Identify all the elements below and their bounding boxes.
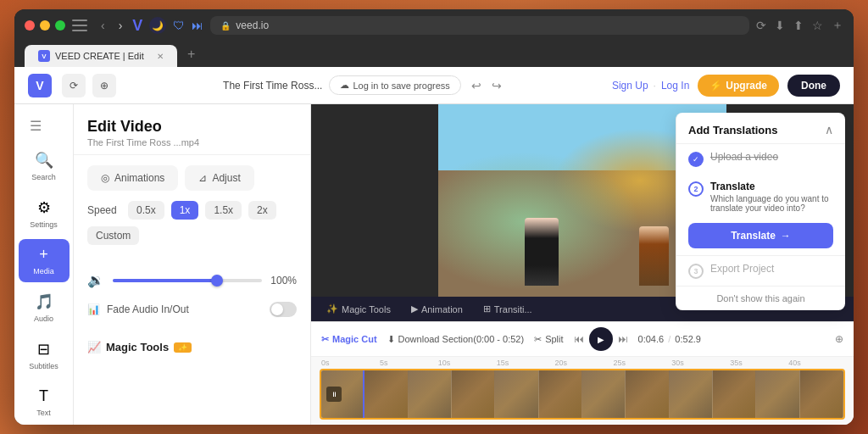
- tab-close-icon[interactable]: ✕: [157, 52, 164, 61]
- animations-tab[interactable]: ◎ Animations: [87, 165, 178, 191]
- magic-tools-tab[interactable]: ✨ Magic Tools: [318, 297, 399, 321]
- speed-15x[interactable]: 1.5x: [205, 201, 242, 220]
- rewind-button[interactable]: ⏮: [574, 333, 584, 345]
- text-icon: T: [39, 387, 48, 405]
- sidebar-toggle[interactable]: [72, 19, 87, 31]
- browser-nav: ‹ › V 🌙 🛡 ⏭ 🔒 veed.io ⟳ ⬇ ⬆ ☆ ＋: [72, 16, 843, 35]
- play-button[interactable]: ▶: [589, 327, 613, 351]
- download-icon[interactable]: ⬇: [775, 19, 785, 32]
- fast-forward-button[interactable]: ⏭: [618, 333, 628, 345]
- collapse-button[interactable]: ∧: [825, 123, 833, 136]
- close-button[interactable]: [25, 20, 35, 31]
- app-content: V ⟳ ⊕ The First Time Ross... ☁ Log in to…: [14, 67, 854, 425]
- step-1-label: Upload a video: [710, 151, 778, 163]
- translate-button[interactable]: Translate →: [688, 223, 833, 248]
- ruler-15s: 15s: [495, 359, 554, 367]
- step-3-number: 3: [688, 264, 704, 279]
- minimize-button[interactable]: [40, 20, 50, 31]
- settings-label: Settings: [30, 220, 58, 229]
- bottom-toolbar: ✂ Magic Cut ⬇ Download Section(0:00 - 0:…: [311, 321, 854, 425]
- topbar-icon-1[interactable]: ⟳: [62, 74, 86, 97]
- sidebar-item-audio[interactable]: 🎵 Audio: [19, 286, 70, 330]
- timeline-controls: ✂ Magic Cut ⬇ Download Section(0:00 - 0:…: [311, 322, 854, 357]
- settings-icon: ⚙: [37, 198, 51, 217]
- transitions-icon: ⊞: [483, 303, 491, 314]
- menu-icon[interactable]: ☰: [23, 111, 48, 141]
- download-section-button[interactable]: ⬇ Download Section(0:00 - 0:52): [387, 334, 525, 345]
- browser-tabs: V VEED CREATE | Edit ✕ +: [25, 42, 843, 67]
- undo-button[interactable]: ↩: [468, 77, 485, 94]
- thumbnail-strip: [321, 370, 843, 418]
- scissors-icon: ✂: [321, 334, 329, 345]
- sidebar-item-search[interactable]: 🔍 Search: [19, 144, 70, 188]
- topbar-icon-2[interactable]: ⊕: [92, 74, 116, 97]
- playhead[interactable]: [363, 369, 364, 420]
- timeline-area[interactable]: 0s 5s 10s 15s 20s 25s 30s 35s 40s: [311, 357, 854, 425]
- upgrade-button[interactable]: ⚡ Upgrade: [698, 75, 779, 97]
- bar-chart-icon: 📊: [87, 303, 100, 315]
- address-bar[interactable]: 🔒 veed.io: [210, 16, 749, 35]
- save-progress-button[interactable]: ☁ Log in to save progress: [329, 75, 460, 95]
- adjust-tab[interactable]: ⊿ Adjust: [185, 165, 253, 191]
- active-tab[interactable]: V VEED CREATE | Edit ✕: [25, 45, 177, 67]
- add-translations-panel: Add Translations ∧ ✓ Upload a video 2 Tr…: [676, 113, 845, 310]
- lightning-icon: ⚡: [709, 80, 722, 92]
- media-icon: +: [39, 246, 48, 264]
- sidebar-item-text[interactable]: T Text: [19, 381, 70, 424]
- login-link[interactable]: Log In: [661, 80, 689, 92]
- timeline-ruler: 0s 5s 10s 15s 20s 25s 30s 35s 40s: [311, 357, 854, 369]
- audio-icon: 🎵: [35, 292, 53, 311]
- transitions-tab[interactable]: ⊞ Transiti...: [475, 297, 541, 321]
- split-button[interactable]: ✂ Split: [534, 334, 563, 345]
- download-icon: ⬇: [387, 334, 395, 345]
- fade-label: 📊 Fade Audio In/Out: [87, 303, 189, 315]
- sidebar-item-subtitles[interactable]: ⊟ Subtitles: [19, 333, 70, 377]
- reload-icon[interactable]: ⟳: [756, 19, 766, 32]
- current-time: 0:04.6 / 0:52.9: [638, 334, 701, 344]
- volume-thumb[interactable]: [211, 275, 223, 287]
- dont-show-button[interactable]: Don't show this again: [676, 287, 845, 310]
- new-tab-icon[interactable]: ＋: [832, 18, 843, 33]
- signup-link[interactable]: Sign Up: [612, 80, 648, 92]
- thumb-4: [452, 370, 495, 418]
- speed-2x[interactable]: 2x: [248, 201, 276, 220]
- forward-button[interactable]: ›: [115, 17, 126, 34]
- volume-slider[interactable]: [113, 279, 262, 282]
- speed-1x[interactable]: 1x: [171, 201, 199, 220]
- animation-tab[interactable]: ▶ Animation: [403, 297, 471, 321]
- zoom-icon[interactable]: ⊕: [835, 333, 843, 345]
- sidebar-item-settings[interactable]: ⚙ Settings: [19, 192, 70, 236]
- redo-button[interactable]: ↪: [488, 77, 505, 94]
- adjust-icon: ⊿: [198, 172, 207, 184]
- ruler-25s: 25s: [611, 359, 670, 367]
- center-area: ✨ Magic Tools ▶ Animation ⊞ Transiti...: [311, 104, 854, 425]
- fade-section: 📊 Fade Audio In/Out: [87, 295, 297, 324]
- pause-overlay-button[interactable]: ⏸: [326, 387, 342, 402]
- traffic-lights: [25, 20, 65, 31]
- ruler-10s: 10s: [437, 359, 495, 367]
- fade-toggle[interactable]: [270, 302, 297, 317]
- step-3-export: 3 Export Project: [676, 256, 845, 286]
- done-button[interactable]: Done: [787, 75, 840, 97]
- wand-icon: ✨: [326, 303, 338, 314]
- share-icon[interactable]: ⬆: [793, 19, 804, 32]
- left-panel: Edit Video The First Time Ross ...mp4 ◎ …: [74, 104, 311, 425]
- timeline-track[interactable]: ⏸: [320, 369, 845, 420]
- thumb-7: [582, 370, 626, 418]
- speed-custom[interactable]: Custom: [87, 226, 139, 245]
- dark-mode-icon[interactable]: 🌙: [149, 17, 166, 34]
- speed-label: Speed: [87, 204, 121, 216]
- speed-05x[interactable]: 0.5x: [128, 201, 164, 220]
- translations-title: Add Translations: [688, 124, 777, 136]
- magic-cut-button[interactable]: ✂ Magic Cut: [321, 334, 377, 345]
- sidebar-item-media[interactable]: + Media: [19, 239, 70, 282]
- maximize-button[interactable]: [55, 20, 65, 31]
- step-2-number: 2: [688, 181, 704, 197]
- panel-title: Edit Video: [87, 118, 297, 136]
- new-tab-button[interactable]: +: [177, 42, 205, 67]
- back-button[interactable]: ‹: [97, 17, 108, 34]
- browser-actions: ⟳ ⬇ ⬆ ☆ ＋: [756, 18, 843, 33]
- split-icon: ✂: [534, 334, 542, 345]
- bookmark-icon[interactable]: ☆: [812, 19, 823, 32]
- volume-section: 🔉 100% 📊 Fade Audio In/Out: [74, 255, 310, 334]
